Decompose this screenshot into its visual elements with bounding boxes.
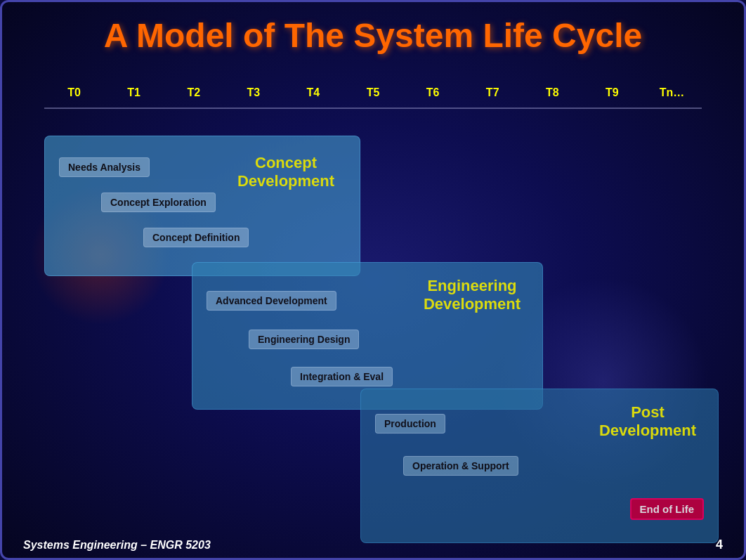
post-phase-title: PostDevelopment: [588, 403, 707, 441]
concept-definition-label: Concept Definition: [143, 228, 249, 247]
timeline-labels: T0 T1 T2 T3 T4 T5 T6 T7 T8 T9 Tn…: [44, 86, 702, 99]
footer: Systems Engineering – ENGR 5203 4: [2, 538, 744, 552]
slide: A Model of The System Life Cycle T0 T1 T…: [0, 0, 746, 560]
timeline-line: [44, 108, 702, 109]
engineering-phase-title: EngineeringDevelopment: [409, 277, 535, 314]
footer-page: 4: [716, 538, 723, 552]
slide-title: A Model of The System Life Cycle: [2, 2, 744, 55]
timeline-label-t6: T6: [403, 86, 463, 99]
timeline-label-t1: T1: [104, 86, 164, 99]
timeline-label-t9: T9: [582, 86, 642, 99]
phase-post-block: PostDevelopment Production Operation & S…: [360, 389, 719, 543]
timeline: T0 T1 T2 T3 T4 T5 T6 T7 T8 T9 Tn…: [44, 86, 702, 102]
timeline-label-t5: T5: [343, 86, 403, 99]
phase-engineering-block: EngineeringDevelopment Advanced Developm…: [192, 262, 543, 410]
concept-exploration-label: Concept Exploration: [101, 193, 216, 212]
end-of-life-label: End of Life: [630, 498, 705, 520]
timeline-label-t7: T7: [463, 86, 523, 99]
concept-phase-title: ConceptDevelopment: [226, 154, 346, 191]
operation-support-label: Operation & Support: [403, 456, 518, 476]
advanced-development-label: Advanced Development: [207, 291, 336, 311]
production-label: Production: [375, 414, 445, 434]
timeline-label-t3: T3: [223, 86, 283, 99]
timeline-label-t0: T0: [44, 86, 104, 99]
timeline-label-t4: T4: [283, 86, 343, 99]
timeline-label-t2: T2: [164, 86, 223, 99]
timeline-label-tn: Tn…: [642, 86, 702, 99]
integration-eval-label: Integration & Eval: [291, 367, 393, 386]
footer-course: Systems Engineering – ENGR 5203: [23, 539, 211, 552]
timeline-label-t8: T8: [523, 86, 582, 99]
engineering-design-label: Engineering Design: [249, 330, 359, 349]
phase-concept-block: ConceptDevelopment Needs Analysis Concep…: [44, 136, 360, 276]
phases-container: ConceptDevelopment Needs Analysis Concep…: [30, 122, 730, 516]
needs-analysis-label: Needs Analysis: [59, 157, 150, 177]
